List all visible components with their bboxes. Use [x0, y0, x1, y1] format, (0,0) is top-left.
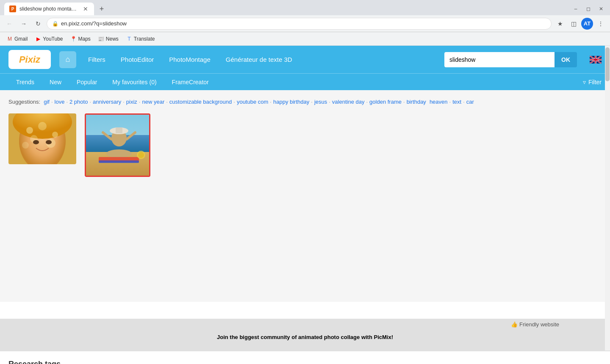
bookmark-gmail[interactable]: M Gmail: [3, 34, 31, 44]
address-actions: ★ ◫ AT ⋮: [554, 18, 607, 30]
suggestion-love[interactable]: love: [55, 99, 65, 105]
research-tags-title: Research tags: [8, 360, 602, 364]
suggestion-jesus[interactable]: jesus: [314, 99, 327, 105]
filter-button[interactable]: ▿ Filter: [583, 79, 602, 85]
gmail-icon: M: [7, 36, 13, 42]
suggestion-gif[interactable]: gif: [44, 99, 50, 105]
profile-button[interactable]: AT: [581, 18, 593, 30]
bookmark-news[interactable]: 📰 News: [95, 34, 122, 44]
home-icon: ⌂: [66, 55, 70, 64]
sub-navigation: Trends New Popular My favourites (0) Fra…: [0, 73, 610, 90]
subnav-favourites[interactable]: My favourites (0): [105, 74, 164, 91]
subnav-popular[interactable]: Popular: [69, 74, 105, 91]
scrollbar[interactable]: [605, 46, 610, 350]
suggestion-youtubecom[interactable]: youtube com: [237, 99, 268, 105]
reload-button[interactable]: ↻: [32, 18, 44, 30]
home-button[interactable]: ⌂: [59, 51, 76, 68]
close-window-button[interactable]: ✕: [596, 3, 607, 14]
suggestions-bar: Suggestions: gif · love · 2 photo · anni…: [8, 94, 602, 109]
research-tags-section: Research tags: [0, 351, 610, 364]
tab-close-button[interactable]: ✕: [82, 6, 89, 12]
svg-rect-30: [99, 160, 139, 163]
suggestion-happybday[interactable]: happy birthday: [273, 99, 309, 105]
subnav-framecreator[interactable]: FrameCreator: [164, 74, 216, 91]
svg-point-13: [38, 122, 47, 130]
nav-photomontage[interactable]: PhotoMontage: [166, 54, 214, 65]
header-top: Pixiz ⌂ Filters PhotoEditor PhotoMontage…: [0, 46, 610, 73]
bookmark-maps-label: Maps: [78, 36, 91, 42]
svg-point-32: [138, 152, 144, 158]
flag-uk-icon: [590, 56, 602, 63]
suggestion-heaven[interactable]: heaven: [430, 99, 448, 105]
bookmark-translate[interactable]: T Translate: [123, 34, 158, 44]
bookmark-news-label: News: [106, 36, 119, 42]
svg-rect-25: [116, 127, 122, 133]
thumbs-up-icon: 👍: [511, 321, 518, 328]
site-logo[interactable]: Pixiz: [8, 50, 51, 69]
new-tab-button[interactable]: +: [96, 3, 108, 15]
nav-filters[interactable]: Filters: [85, 54, 109, 65]
bookmark-maps[interactable]: 📍 Maps: [67, 34, 94, 44]
back-button[interactable]: ←: [3, 18, 15, 30]
bookmark-youtube[interactable]: ▶ YouTube: [32, 34, 66, 44]
result-image-2: [85, 113, 150, 177]
svg-point-14: [52, 132, 58, 138]
search-ok-button[interactable]: OK: [555, 52, 577, 67]
tab-title: slideshow photo montages [p. 1: [19, 6, 79, 12]
search-input[interactable]: [444, 52, 555, 67]
news-icon: 📰: [98, 36, 104, 42]
scrollbar-thumb[interactable]: [605, 47, 610, 81]
suggestion-text[interactable]: text: [452, 99, 461, 105]
address-text: en.pixiz.com/?q=slideshow: [61, 20, 127, 27]
address-input[interactable]: 🔒 en.pixiz.com/?q=slideshow: [47, 18, 552, 30]
svg-point-19: [46, 140, 52, 144]
friendly-website: 👍 Friendly website: [511, 321, 559, 328]
bookmark-translate-label: Translate: [134, 36, 155, 42]
bookmark-gmail-label: Gmail: [14, 36, 28, 42]
results-grid: [8, 109, 602, 181]
friendly-label: Friendly website: [519, 321, 559, 328]
subnav-trends[interactable]: Trends: [8, 74, 42, 91]
suggestions-label: Suggestions:: [8, 99, 40, 105]
result-image-2-svg: [86, 115, 150, 177]
extensions-button[interactable]: ◫: [568, 18, 580, 30]
subnav-new[interactable]: New: [42, 74, 69, 91]
menu-button[interactable]: ⋮: [595, 18, 607, 30]
suggestion-birthday[interactable]: birthday: [407, 99, 426, 105]
tab-favicon: P: [9, 6, 16, 12]
suggestion-car[interactable]: car: [466, 99, 474, 105]
suggestion-2photo[interactable]: 2 photo: [69, 99, 88, 105]
minimize-button[interactable]: –: [570, 3, 581, 14]
filter-icon: ▿: [583, 79, 586, 85]
nav-photoeditor[interactable]: PhotoEditor: [117, 54, 157, 65]
content-area: Suggestions: gif · love · 2 photo · anni…: [0, 90, 610, 302]
suggestion-goldenframe[interactable]: golden frame: [369, 99, 402, 105]
nav-generateur[interactable]: Générateur de texte 3D: [222, 54, 296, 65]
svg-point-18: [33, 140, 39, 144]
suggestion-newyear[interactable]: new year: [142, 99, 164, 105]
language-selector[interactable]: [590, 56, 602, 63]
translate-icon: T: [126, 36, 132, 42]
result-image-1: [8, 113, 76, 164]
cta-text: Join the biggest community of animated p…: [217, 334, 393, 340]
bookmark-star-button[interactable]: ★: [554, 18, 566, 30]
suggestion-pixiz[interactable]: pixiz: [126, 99, 137, 105]
suggestion-custombg[interactable]: customizable background: [169, 99, 232, 105]
window-controls: – ◻ ✕: [570, 3, 610, 14]
result-item-1[interactable]: [8, 113, 76, 177]
tab-bar: P slideshow photo montages [p. 1 ✕ + – ◻…: [0, 0, 610, 15]
bookmarks-bar: M Gmail ▶ YouTube 📍 Maps 📰 News T Transl…: [0, 32, 610, 46]
lock-icon: 🔒: [52, 21, 58, 27]
filter-label: Filter: [588, 79, 602, 85]
svg-point-12: [26, 127, 33, 134]
logo-text: Pixiz: [19, 54, 40, 65]
bookmark-youtube-label: YouTube: [43, 36, 63, 42]
suggestion-valentineday[interactable]: valentine day: [332, 99, 365, 105]
forward-button[interactable]: →: [18, 18, 30, 30]
site-wrapper: Pixiz ⌂ Filters PhotoEditor PhotoMontage…: [0, 46, 610, 364]
active-tab[interactable]: P slideshow photo montages [p. 1 ✕: [4, 3, 94, 15]
result-item-2[interactable]: [85, 113, 150, 177]
suggestion-anniversary[interactable]: anniversary: [93, 99, 121, 105]
result-image-1-svg: [8, 113, 76, 164]
maximize-button[interactable]: ◻: [583, 3, 594, 14]
